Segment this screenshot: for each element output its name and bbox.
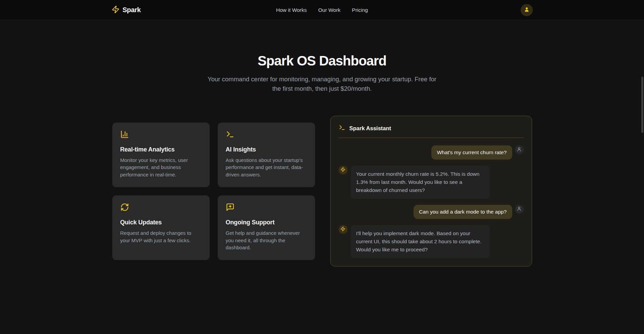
- zap-icon: [340, 167, 345, 173]
- hero-section: Spark OS Dashboard Your command center f…: [0, 20, 644, 93]
- main-nav: How it Works Our Work Pricing: [276, 7, 368, 13]
- user-avatar: [515, 205, 524, 214]
- feature-title: Ongoing Support: [226, 219, 307, 226]
- chat-message-assistant: Your current monthly churn rate is 5.2%.…: [339, 166, 524, 199]
- nav-link-how-it-works[interactable]: How it Works: [276, 7, 307, 13]
- scrollbar-thumb[interactable]: [641, 77, 643, 133]
- zap-icon: [112, 5, 120, 15]
- nav-link-pricing[interactable]: Pricing: [352, 7, 368, 13]
- feature-card-ongoing-support: Ongoing Support Get help and guidance wh…: [218, 195, 315, 260]
- user-icon: [517, 147, 522, 153]
- scrollbar[interactable]: [641, 0, 644, 334]
- feature-title: Real-time Analytics: [120, 146, 202, 153]
- navbar-inner: Spark How it Works Our Work Pricing: [112, 0, 533, 20]
- user-icon: [524, 6, 530, 13]
- chat-message-user: What's my current churn rate?: [339, 145, 524, 160]
- page-subtitle: Your command center for monitoring, mana…: [204, 75, 440, 93]
- account-avatar-button[interactable]: [521, 4, 533, 16]
- terminal-icon: [226, 134, 235, 140]
- chat-title: Spark Assistant: [349, 125, 391, 132]
- chat-header-divider: [339, 138, 524, 138]
- assistant-avatar: [339, 166, 347, 174]
- feature-description: Ask questions about your startup's perfo…: [226, 157, 307, 178]
- user-avatar: [515, 145, 524, 154]
- main-section: Real-time Analytics Monitor your key met…: [0, 116, 644, 267]
- user-message-bubble: Can you add a dark mode to the app?: [413, 205, 512, 219]
- assistant-message-bubble: I'll help you implement dark mode. Based…: [351, 225, 490, 258]
- assistant-avatar: [339, 225, 347, 234]
- navbar: Spark How it Works Our Work Pricing: [0, 0, 644, 20]
- feature-title: AI Insights: [226, 146, 307, 153]
- chat-message-assistant: I'll help you implement dark mode. Based…: [339, 225, 524, 258]
- feature-description: Get help and guidance whenever you need …: [226, 229, 307, 251]
- feature-title: Quick Updates: [120, 219, 202, 226]
- brand-logo[interactable]: Spark: [112, 5, 141, 15]
- chat-header: Spark Assistant: [339, 124, 524, 132]
- user-message-bubble: What's my current churn rate?: [431, 145, 512, 160]
- chat-message-user: Can you add a dark mode to the app?: [339, 205, 524, 219]
- feature-description: Request and deploy changes to your MVP w…: [120, 229, 202, 244]
- page-title: Spark OS Dashboard: [0, 53, 644, 68]
- refresh-cw-icon: [120, 207, 129, 213]
- spark-assistant-panel: Spark Assistant What's my current churn …: [330, 116, 532, 267]
- feature-card-ai-insights: AI Insights Ask questions about your sta…: [218, 122, 315, 187]
- terminal-icon: [339, 124, 345, 132]
- chart-column-icon: [120, 134, 129, 140]
- feature-card-realtime-analytics: Real-time Analytics Monitor your key met…: [112, 122, 210, 187]
- feature-card-quick-updates: Quick Updates Request and deploy changes…: [112, 195, 210, 260]
- nav-link-our-work[interactable]: Our Work: [318, 7, 340, 13]
- brand-name: Spark: [123, 6, 141, 14]
- assistant-message-bubble: Your current monthly churn rate is 5.2%.…: [351, 166, 490, 199]
- chat-message-list: What's my current churn rate?: [339, 145, 524, 258]
- user-icon: [517, 206, 522, 213]
- message-square-plus-icon: [226, 207, 235, 213]
- features-grid: Real-time Analytics Monitor your key met…: [112, 122, 315, 260]
- zap-icon: [340, 226, 345, 233]
- feature-description: Monitor your key metrics, user engagemen…: [120, 157, 202, 178]
